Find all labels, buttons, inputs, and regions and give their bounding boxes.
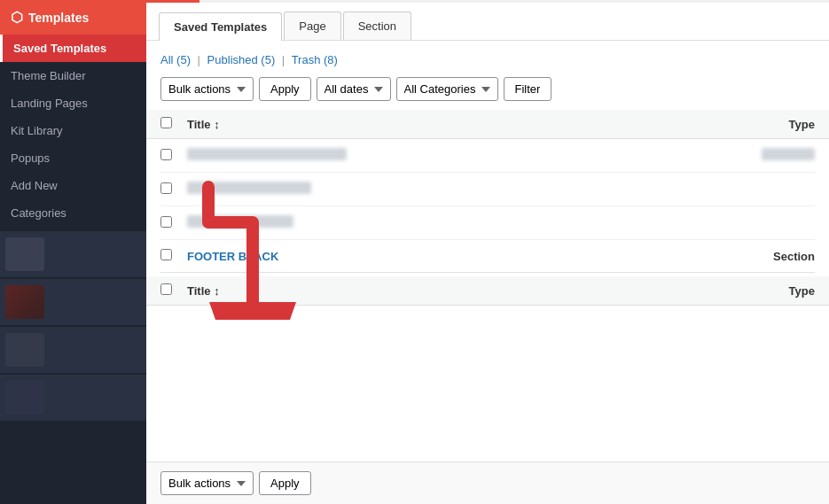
sidebar-title: Templates	[28, 11, 89, 25]
apply-button-top[interactable]: Apply	[259, 77, 311, 101]
thumb-img-2	[5, 285, 44, 319]
blurred-title-1	[187, 148, 347, 160]
row-checkbox-2[interactable]	[160, 182, 172, 194]
sidebar-item-landing-pages[interactable]: Landing Pages	[0, 89, 146, 117]
table-row	[160, 173, 815, 206]
filter-all-link[interactable]: All (5)	[160, 53, 191, 66]
bottom-select-all-col	[160, 283, 187, 298]
row-title-1	[187, 148, 726, 163]
table-row	[160, 206, 815, 240]
sidebar-thumb-3[interactable]	[0, 327, 146, 373]
blurred-type-1	[762, 148, 815, 160]
filter-trash-link[interactable]: Trash (8)	[292, 53, 338, 66]
row-title-3	[187, 215, 726, 230]
sidebar-item-popups[interactable]: Popups	[0, 144, 146, 172]
templates-icon: ⬡	[11, 9, 23, 26]
row-checkbox-1[interactable]	[160, 149, 172, 160]
row-checkbox-3[interactable]	[160, 216, 172, 228]
row-checkbox-col-3	[160, 216, 187, 230]
thumb-img-3	[5, 333, 44, 367]
table-row-footer-black: FOOTER BLACK Section	[160, 240, 815, 273]
sidebar-header: ⬡ Templates	[0, 0, 146, 35]
tab-page[interactable]: Page	[284, 12, 340, 40]
bottom-table-header: Title ↕ Type	[146, 276, 829, 306]
bottom-col-title-header[interactable]: Title ↕	[187, 284, 726, 298]
row-type-4: Section	[726, 250, 815, 263]
bulk-actions-select-bottom[interactable]: Bulk actions	[160, 471, 254, 495]
footer-black-link[interactable]: FOOTER BLACK	[187, 250, 278, 263]
row-checkbox-col-1	[160, 149, 187, 163]
tabs-area: Saved Templates Page Section	[146, 3, 829, 41]
main-content: Saved Templates Page Section All (5) | P…	[146, 0, 829, 504]
tab-section[interactable]: Section	[343, 12, 411, 40]
filter-links: All (5) | Published (5) | Trash (8)	[160, 53, 815, 66]
blurred-title-2	[187, 182, 311, 194]
col-title-header[interactable]: Title ↕	[187, 118, 726, 131]
sidebar-item-categories[interactable]: Categories	[0, 199, 146, 227]
row-title-2	[187, 182, 726, 197]
thumb-img-1	[5, 237, 44, 271]
sidebar-item-kit-library[interactable]: Kit Library	[0, 117, 146, 144]
sidebar-thumbnails	[0, 230, 146, 422]
sidebar-thumb-2[interactable]	[0, 279, 146, 325]
bottom-select-all-checkbox[interactable]	[160, 283, 172, 295]
blurred-title-3	[187, 215, 293, 228]
sidebar-item-add-new[interactable]: Add New	[0, 172, 146, 199]
table-header: Title ↕ Type	[146, 110, 829, 139]
tab-saved-templates[interactable]: Saved Templates	[159, 12, 282, 41]
bottom-col-type-header: Type	[726, 284, 815, 298]
col-type-header: Type	[726, 118, 815, 131]
filter-button[interactable]: Filter	[504, 77, 552, 101]
apply-button-bottom[interactable]: Apply	[259, 471, 311, 495]
select-all-col	[160, 117, 187, 131]
row-checkbox-col-4	[160, 249, 187, 263]
sidebar-item-theme-builder[interactable]: Theme Builder	[0, 62, 146, 89]
row-type-1	[726, 148, 815, 163]
filter-published-link[interactable]: Published (5)	[207, 53, 276, 66]
sidebar-thumb-4[interactable]	[0, 375, 146, 421]
table-row	[160, 139, 815, 173]
thumb-img-4	[5, 381, 44, 415]
all-categories-select[interactable]: All Categories	[396, 77, 498, 101]
sidebar-thumb-1[interactable]	[0, 231, 146, 277]
sidebar: ⬡ Templates Saved Templates Theme Builde…	[0, 0, 146, 504]
top-filter-bar: Bulk actions Apply All dates All Categor…	[160, 77, 815, 101]
all-dates-select[interactable]: All dates	[317, 77, 391, 101]
row-checkbox-4[interactable]	[160, 249, 172, 260]
content-area: All (5) | Published (5) | Trash (8) Bulk…	[146, 41, 829, 461]
bottom-filter-bar: Bulk actions Apply	[146, 461, 829, 504]
row-title-4: FOOTER BLACK	[187, 250, 726, 263]
sidebar-item-saved-templates[interactable]: Saved Templates	[0, 35, 146, 62]
row-checkbox-col-2	[160, 182, 187, 197]
select-all-checkbox[interactable]	[160, 117, 172, 128]
bulk-actions-select-top[interactable]: Bulk actions	[160, 77, 254, 101]
